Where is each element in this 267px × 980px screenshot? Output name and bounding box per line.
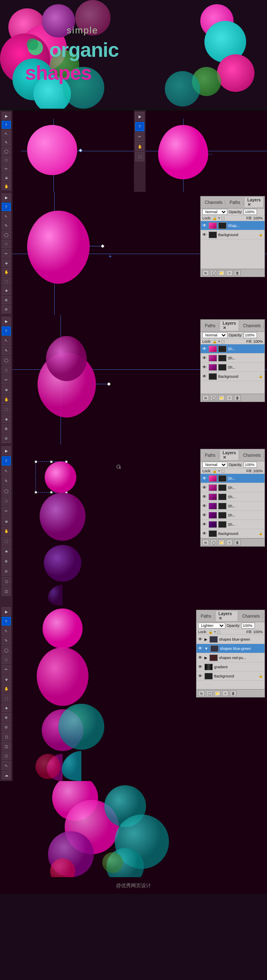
- t5-3[interactable]: ↖: [2, 626, 11, 635]
- circle-btn-1[interactable]: ◯: [210, 270, 217, 276]
- t5-14[interactable]: ◻: [2, 732, 11, 741]
- t2-9[interactable]: ✋: [2, 268, 11, 276]
- t3-7[interactable]: ✂: [2, 375, 11, 384]
- t5-16[interactable]: ⬡: [2, 751, 11, 760]
- tool-select[interactable]: ↖: [2, 130, 11, 137]
- tool-shape[interactable]: ⬙: [2, 173, 11, 181]
- t5-11[interactable]: ◈: [2, 703, 11, 712]
- t3-10[interactable]: ⬚: [2, 405, 11, 414]
- opacity-4[interactable]: [242, 623, 255, 629]
- t2-11[interactable]: ◈: [2, 286, 11, 295]
- t5-2[interactable]: T: [2, 617, 11, 626]
- t5-15[interactable]: ◫: [2, 742, 11, 751]
- t2-2[interactable]: T: [2, 203, 11, 211]
- group-sbg-2[interactable]: 👁 ▼ shapes blue-green: [196, 644, 264, 653]
- eye-3-6[interactable]: 👁: [202, 522, 207, 527]
- eye-g1[interactable]: 👁: [198, 637, 203, 641]
- rtool-zoom[interactable]: ⬚: [135, 152, 144, 161]
- t5-8[interactable]: ⬙: [2, 675, 11, 683]
- t3-11[interactable]: ◈: [2, 415, 11, 423]
- tool-pen[interactable]: ✎: [2, 138, 11, 146]
- tab-layers-3[interactable]: Layers ✕: [220, 450, 239, 460]
- layer-sh2[interactable]: 👁 Sh...: [201, 354, 264, 363]
- eye-3-2[interactable]: 👁: [202, 485, 207, 490]
- eye-g2[interactable]: 👁: [198, 646, 203, 651]
- t5-12[interactable]: ⊕: [2, 713, 11, 722]
- t4-12[interactable]: ⊕: [2, 557, 11, 566]
- eye-3-4[interactable]: 👁: [202, 504, 207, 508]
- t5-9[interactable]: ✋: [2, 684, 11, 693]
- opacity-input-2[interactable]: [244, 332, 257, 338]
- f-3[interactable]: 📁: [218, 540, 225, 545]
- l3-sh2[interactable]: 👁 Sh...: [201, 483, 264, 492]
- t4-7[interactable]: ✂: [2, 507, 11, 516]
- t5-7[interactable]: ✂: [2, 665, 11, 674]
- eye-3-1[interactable]: 👁: [202, 476, 207, 481]
- trash-btn-1[interactable]: 🗑: [234, 270, 241, 276]
- t3-9[interactable]: ✋: [2, 395, 11, 404]
- t2-6[interactable]: □: [2, 240, 11, 248]
- tool-hand[interactable]: ✋: [2, 182, 11, 190]
- t4-8[interactable]: ⬙: [2, 517, 11, 526]
- t5-6[interactable]: □: [2, 655, 11, 664]
- t4-14[interactable]: ◻: [2, 577, 11, 586]
- t3-2[interactable]: T: [2, 326, 11, 335]
- l3-sh5[interactable]: 👁 Sh...: [201, 511, 264, 520]
- rtool-hand[interactable]: ✋: [135, 142, 144, 151]
- tab-layers-4[interactable]: Layers ✕: [216, 611, 238, 621]
- fx-3[interactable]: fx: [202, 540, 209, 545]
- fx-btn-1[interactable]: fx: [202, 270, 209, 276]
- fx-btn-2[interactable]: fx: [202, 395, 209, 401]
- l3-bg[interactable]: 👁 Background 🔒: [201, 529, 264, 538]
- tab-channels-3[interactable]: Channels: [241, 453, 264, 458]
- layer-sh1[interactable]: 👁 Sh...: [201, 344, 264, 354]
- group-sbg-1[interactable]: 👁 ▶ shapes blue-green: [196, 635, 264, 644]
- eye-g3[interactable]: 👁: [198, 655, 203, 660]
- blend-mode-4[interactable]: Lighten: [198, 623, 225, 629]
- circ-btn-2[interactable]: ◯: [210, 395, 217, 401]
- new-btn-1[interactable]: +: [226, 270, 233, 276]
- t2-5[interactable]: ◯: [2, 231, 11, 239]
- t3-6[interactable]: □: [2, 366, 11, 374]
- t4-13[interactable]: ⊘: [2, 567, 11, 576]
- new-btn-2[interactable]: +: [226, 395, 233, 401]
- t4-4[interactable]: ✎: [2, 476, 11, 486]
- eye-icon-bg-1[interactable]: 👁: [202, 232, 207, 237]
- layer-bg-2[interactable]: 👁 Background 🔒: [201, 372, 264, 381]
- t5-5[interactable]: ◯: [2, 646, 11, 654]
- t5-10[interactable]: ⬚: [2, 694, 11, 703]
- t3-4[interactable]: ✎: [2, 346, 11, 355]
- tab-paths-3[interactable]: Paths: [202, 453, 219, 458]
- t3-3[interactable]: ↖: [2, 336, 11, 345]
- t3-8[interactable]: ⬙: [2, 385, 11, 394]
- eye-icon-1[interactable]: 👁: [202, 223, 207, 228]
- eye-bg-2[interactable]: 👁: [202, 374, 207, 379]
- tool-arrow[interactable]: ▶: [2, 112, 11, 120]
- fold-btn-2[interactable]: 📁: [218, 395, 225, 401]
- c-4[interactable]: ◯: [206, 690, 213, 696]
- eye-3-3[interactable]: 👁: [202, 494, 207, 499]
- c-3[interactable]: ◯: [210, 540, 217, 545]
- trash-btn-2[interactable]: 🗑: [234, 395, 241, 401]
- t4-3[interactable]: ↖: [2, 466, 11, 476]
- rtool-cut[interactable]: ✂: [135, 132, 144, 141]
- l3-sh1[interactable]: 👁 Sh...: [201, 474, 264, 483]
- fx-4[interactable]: fx: [198, 690, 205, 696]
- tab-channels-1[interactable]: Channels: [202, 200, 225, 205]
- group-bg[interactable]: 👁 Background 🔒: [196, 672, 264, 681]
- t4-5[interactable]: ◯: [2, 486, 11, 496]
- tab-layers-2[interactable]: Layers ✕: [220, 321, 239, 331]
- tr-4[interactable]: 🗑: [230, 690, 237, 696]
- t4-9[interactable]: ✋: [2, 527, 11, 536]
- tool-cut[interactable]: ✂: [2, 165, 11, 173]
- rtool-arrow[interactable]: ▶: [135, 112, 144, 121]
- t2-10[interactable]: ⬚: [2, 277, 11, 285]
- eye-gbg[interactable]: 👁: [198, 674, 203, 678]
- eye-sh3[interactable]: 👁: [202, 365, 207, 369]
- t3-5[interactable]: ◯: [2, 356, 11, 365]
- group-srp[interactable]: 👁 ▶ shapes red-pu...: [196, 653, 264, 662]
- n-3[interactable]: +: [226, 540, 233, 545]
- t2-8[interactable]: ⬙: [2, 259, 11, 267]
- layer-shape-1[interactable]: 👁 Shap...: [201, 221, 264, 230]
- layer-bg-1[interactable]: 👁 Background 🔒: [201, 230, 264, 239]
